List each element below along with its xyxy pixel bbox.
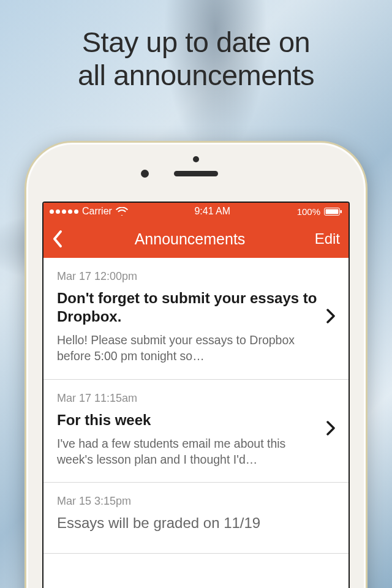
battery-percent: 100% (297, 206, 320, 217)
announcement-body: Hello! Please submit your essays to Drop… (57, 332, 319, 364)
announcement-row[interactable]: Mar 17 11:15am For this week I've had a … (43, 380, 349, 483)
nav-title: Announcements (77, 230, 303, 248)
signal-dots-icon (50, 209, 78, 214)
announcement-title: For this week (57, 411, 319, 429)
phone-sensor (193, 156, 199, 162)
chevron-right-icon (326, 421, 335, 438)
phone-screen: Carrier 9:41 AM 100% (42, 202, 350, 588)
announcement-body: I've had a few students email me about t… (57, 435, 319, 468)
carrier-label: Carrier (82, 206, 112, 217)
edit-button[interactable]: Edit (303, 230, 340, 247)
announcement-date: Mar 15 3:15pm (57, 495, 335, 508)
announcement-title: Essays will be graded on 11/19 (57, 514, 335, 532)
announcements-list[interactable]: Mar 17 12:00pm Don't forget to submit yo… (43, 258, 349, 554)
marketing-line-1: Stay up to date on (0, 26, 392, 59)
phone-speaker (174, 171, 218, 176)
announcement-row[interactable]: Mar 15 3:15pm Essays will be graded on 1… (43, 483, 349, 554)
chevron-left-icon (52, 230, 63, 248)
marketing-headline: Stay up to date on all announcements (0, 26, 392, 92)
announcement-row[interactable]: Mar 17 12:00pm Don't forget to submit yo… (43, 258, 349, 380)
marketing-line-2: all announcements (0, 59, 392, 92)
svg-rect-2 (341, 210, 342, 213)
announcement-title: Don't forget to submit your essays to Dr… (57, 289, 319, 326)
svg-rect-1 (326, 209, 339, 214)
battery-icon (324, 208, 342, 216)
phone-frame: Carrier 9:41 AM 100% (24, 141, 368, 588)
wifi-icon (116, 207, 128, 216)
announcement-date: Mar 17 11:15am (57, 392, 319, 405)
status-bar: Carrier 9:41 AM 100% (43, 203, 349, 220)
status-time: 9:41 AM (132, 206, 293, 217)
chevron-right-icon (326, 309, 335, 326)
back-button[interactable] (52, 230, 77, 248)
nav-bar: Announcements Edit (43, 220, 349, 258)
announcement-date: Mar 17 12:00pm (57, 270, 319, 283)
phone-camera (141, 170, 149, 178)
